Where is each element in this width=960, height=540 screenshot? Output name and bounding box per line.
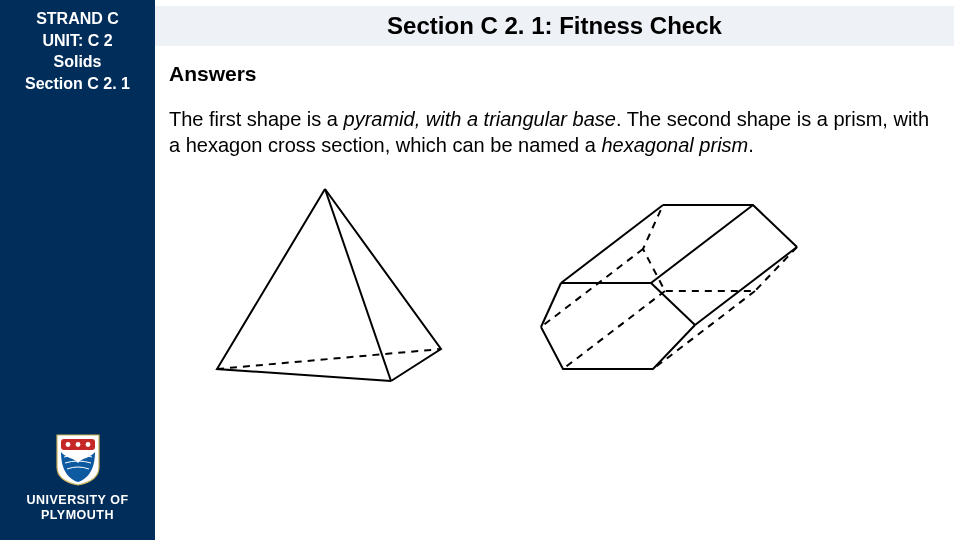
text-emph-2: hexagonal prism [601, 134, 748, 156]
text-emph-1: pyramid, with a triangular base [344, 108, 616, 130]
svg-point-1 [65, 442, 70, 447]
sidebar-line-1: STRAND C [25, 8, 130, 30]
svg-line-12 [653, 291, 755, 369]
figure-pyramid [195, 181, 455, 396]
figure-prism [535, 193, 825, 383]
main-content: Section C 2. 1: Fitness Check Answers Th… [155, 0, 960, 540]
svg-point-3 [85, 442, 90, 447]
answer-paragraph: The first shape is a pyramid, with a tri… [169, 106, 940, 159]
pyramid-icon [195, 181, 455, 396]
content-area: Answers The first shape is a pyramid, wi… [169, 56, 940, 396]
title-bar: Section C 2. 1: Fitness Check [155, 6, 954, 46]
slide: STRAND C UNIT: C 2 Solids Section C 2. 1… [0, 0, 960, 540]
svg-line-9 [651, 205, 753, 283]
hexagonal-prism-icon [535, 193, 825, 383]
sidebar-line-3: Solids [25, 51, 130, 73]
svg-line-6 [695, 247, 797, 325]
sidebar: STRAND C UNIT: C 2 Solids Section C 2. 1… [0, 0, 155, 540]
text-run-3: . [748, 134, 754, 156]
university-name-line2: PLYMOUTH [26, 508, 128, 522]
figures-row [169, 181, 940, 396]
answers-heading: Answers [169, 62, 940, 86]
university-name-line1: UNIVERSITY OF [26, 493, 128, 507]
svg-line-13 [563, 291, 665, 369]
crest-icon [55, 433, 101, 487]
svg-line-4 [325, 189, 391, 381]
svg-line-11 [651, 283, 695, 325]
sidebar-line-4: Section C 2. 1 [25, 73, 130, 95]
sidebar-line-2: UNIT: C 2 [25, 30, 130, 52]
university-logo: UNIVERSITY OF PLYMOUTH [26, 433, 128, 540]
svg-line-14 [541, 249, 643, 327]
sidebar-heading: STRAND C UNIT: C 2 Solids Section C 2. 1 [21, 0, 134, 94]
svg-line-7 [541, 283, 561, 327]
page-title: Section C 2. 1: Fitness Check [387, 12, 722, 40]
text-run-1: The first shape is a [169, 108, 344, 130]
svg-line-8 [561, 205, 663, 283]
svg-line-5 [217, 349, 441, 369]
svg-point-2 [75, 442, 80, 447]
university-name: UNIVERSITY OF PLYMOUTH [26, 493, 128, 522]
